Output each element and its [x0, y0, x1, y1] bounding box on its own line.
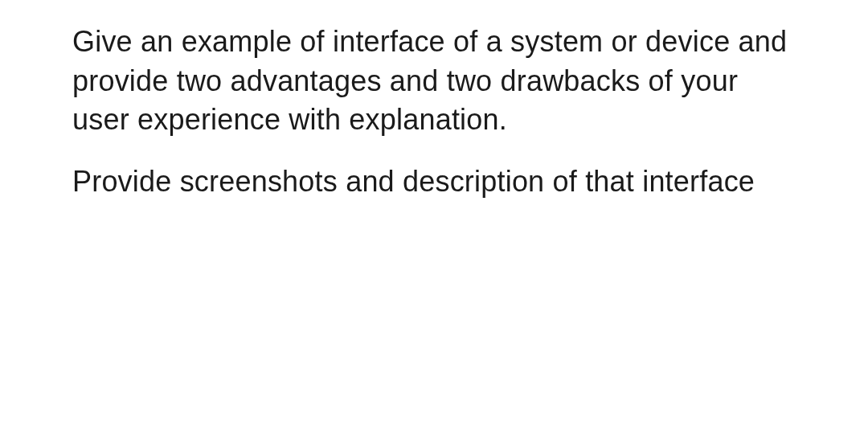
- question-paragraph-2: Provide screenshots and description of t…: [72, 162, 796, 202]
- question-paragraph-1: Give an example of interface of a system…: [72, 23, 796, 140]
